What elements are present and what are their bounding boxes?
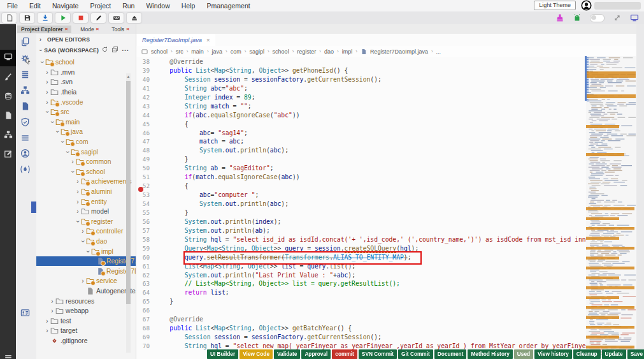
save-button[interactable] xyxy=(20,13,34,23)
tree-item-register7[interactable]: Register7… xyxy=(36,256,136,267)
chevron-right-icon[interactable]: › xyxy=(75,198,81,205)
action-method-history-button[interactable]: Method History xyxy=(468,349,512,359)
menu-file[interactable]: File xyxy=(1,0,24,11)
stop-button[interactable] xyxy=(73,13,88,23)
panel-tab-mode[interactable]: Mode× xyxy=(76,26,103,33)
action-save-all-button[interactable]: Save All xyxy=(627,349,644,359)
action-cleanup-button[interactable]: Cleanup xyxy=(573,349,601,359)
breadcrumb-item[interactable]: Register7DaoImpl.java xyxy=(370,48,428,55)
menu-pmanagement[interactable]: Pmanagement xyxy=(201,0,255,11)
tree-item-target[interactable]: ›target xyxy=(36,326,136,336)
breadcrumb-item[interactable]: school xyxy=(151,48,168,55)
strip-file-button[interactable] xyxy=(20,101,32,113)
code-area[interactable]: 38 @Override39 public List<Map<String, O… xyxy=(136,57,587,359)
code-line-46[interactable]: 46 abc= "sag14"; xyxy=(136,129,587,138)
tree-item-model[interactable]: ›model xyxy=(36,207,136,217)
breadcrumb-item[interactable]: main xyxy=(191,48,204,55)
activity-brush-button[interactable] xyxy=(0,70,16,87)
resize-icon[interactable] xyxy=(613,13,622,22)
close-icon[interactable]: × xyxy=(96,26,99,32)
panel-tab-tools[interactable]: Tools× xyxy=(108,26,133,33)
tree-item-entity[interactable]: ›entity xyxy=(36,196,136,207)
menu-help[interactable]: Help xyxy=(176,0,201,11)
code-line-41[interactable]: 41 String abc="abc"; xyxy=(136,84,587,93)
chevron-down-icon[interactable]: › xyxy=(64,149,71,155)
light-theme-button[interactable]: Light Theme xyxy=(534,1,576,10)
menu-run[interactable]: Run xyxy=(117,0,140,11)
editor-tab[interactable]: Register7DaoImpl.java × xyxy=(137,34,215,46)
tree-item-vscode[interactable]: ›.vscode xyxy=(36,97,136,107)
code-line-47[interactable]: 47 match = abc; xyxy=(136,137,587,146)
scroll-up-icon[interactable]: ▲ xyxy=(126,73,131,80)
strip-id-card-button[interactable] xyxy=(20,308,32,319)
tree-item-main[interactable]: ›main xyxy=(36,117,136,128)
open-editors-header[interactable]: › OPEN EDITORS xyxy=(36,34,136,45)
activity-menu-button[interactable] xyxy=(0,351,16,359)
code-line-64[interactable]: 64 return list; xyxy=(136,288,587,297)
keyboard-button[interactable] xyxy=(109,13,124,23)
action-view-code-button[interactable]: View Code xyxy=(240,349,273,359)
tree-item-common[interactable]: ›common xyxy=(36,157,136,167)
chevron-right-icon[interactable]: › xyxy=(75,208,81,215)
breadcrumb-item[interactable]: src xyxy=(176,48,183,55)
code-line-56[interactable]: 56 System.out.println(index); xyxy=(136,217,587,226)
code-line-58[interactable]: 58 String hql = "select isd_id as isdId,… xyxy=(136,235,587,244)
tree-item-webapp[interactable]: ›webapp xyxy=(36,306,136,316)
breadcrumb-item[interactable]: com xyxy=(231,48,241,55)
strip-gear-pointer-button[interactable] xyxy=(20,54,32,65)
code-line-40[interactable]: 40 Session session = sessionFactory.getC… xyxy=(136,75,587,84)
action-ui-builder-button[interactable]: UI Builder xyxy=(207,349,238,359)
chevron-right-icon[interactable]: › xyxy=(69,158,76,165)
import-button[interactable] xyxy=(38,13,52,23)
code-line-42[interactable]: 42 Integer index = 89; xyxy=(136,93,587,102)
tree-item-com[interactable]: ›com xyxy=(36,137,136,147)
user-avatar-icon[interactable] xyxy=(581,0,592,11)
breadcrumb-item[interactable]: impl xyxy=(342,48,353,55)
tree-item-svn[interactable]: ›.svn xyxy=(36,77,136,87)
eject-button[interactable] xyxy=(127,13,141,23)
code-line-68[interactable]: 68 public List<Map<String, Object>> getB… xyxy=(136,324,587,333)
code-line-53[interactable]: 53 abc="computer "; xyxy=(136,191,587,200)
action-git-commit-button[interactable]: Git Commit xyxy=(398,349,433,359)
strip-copy-button[interactable] xyxy=(20,37,32,48)
tree-item-mvn[interactable]: ›.mvn xyxy=(36,68,136,78)
code-line-57[interactable]: 57 System.out.println(ab); xyxy=(136,226,587,235)
strip-user-button[interactable] xyxy=(20,149,32,160)
code-line-54[interactable]: 54 System.out.println(abc); xyxy=(136,200,587,209)
tree-scrollbar-thumb[interactable] xyxy=(126,81,131,304)
tree-item-resources[interactable]: ›resources xyxy=(36,296,136,306)
breadcrumb-item[interactable]: dao xyxy=(324,48,334,55)
action-used-button[interactable]: Used xyxy=(514,349,533,359)
edit-button[interactable] xyxy=(91,13,106,23)
code-line-51[interactable]: 51 if(match.equalsIgnoreCase(abc)) xyxy=(136,173,587,182)
code-line-67[interactable]: 67 @Override xyxy=(136,315,587,324)
code-line-44[interactable]: 44 if(abc.equalsIgnoreCase("abc")) xyxy=(136,111,587,120)
run-button[interactable] xyxy=(55,13,70,23)
action-document-button[interactable]: Document xyxy=(434,349,467,359)
code-line-50[interactable]: 50 String ab = "sagEditor"; xyxy=(136,164,587,173)
code-line-66[interactable]: 66 xyxy=(136,306,587,315)
close-icon[interactable]: × xyxy=(65,26,68,32)
menu-edit[interactable]: Edit xyxy=(24,0,47,11)
menu-project[interactable]: Project xyxy=(84,0,117,11)
tree-item-autogeneratea[interactable]: AutogenerateA… xyxy=(36,286,136,297)
chevron-right-icon[interactable]: › xyxy=(44,99,50,106)
code-line-48[interactable]: 48 System.out.println(abc); xyxy=(136,146,587,155)
panel-tab-project-explorer[interactable]: Project Explorer× xyxy=(17,26,71,33)
stamp-icon[interactable] xyxy=(555,13,564,22)
chevron-right-icon[interactable]: › xyxy=(75,188,81,195)
tree-item-test[interactable]: ›test xyxy=(36,316,136,326)
breadcrumb-item[interactable]: java xyxy=(212,48,223,55)
tree-item-dao[interactable]: ›dao xyxy=(36,237,136,247)
code-line-65[interactable]: 65 } xyxy=(136,297,587,306)
tree-item-school[interactable]: ›school xyxy=(36,167,136,177)
tree-item-register[interactable]: ›register xyxy=(36,217,136,227)
activity-sitemap-button[interactable] xyxy=(0,128,16,144)
chevron-down-icon[interactable]: › xyxy=(44,109,51,115)
monitor-icon[interactable] xyxy=(630,13,639,22)
chevron-down-icon[interactable]: › xyxy=(75,218,82,224)
chevron-right-icon[interactable]: › xyxy=(80,228,86,235)
breakpoint-dot[interactable] xyxy=(138,187,143,192)
code-line-52[interactable]: 52 { xyxy=(136,182,587,191)
code-line-45[interactable]: 45 { xyxy=(136,120,587,129)
